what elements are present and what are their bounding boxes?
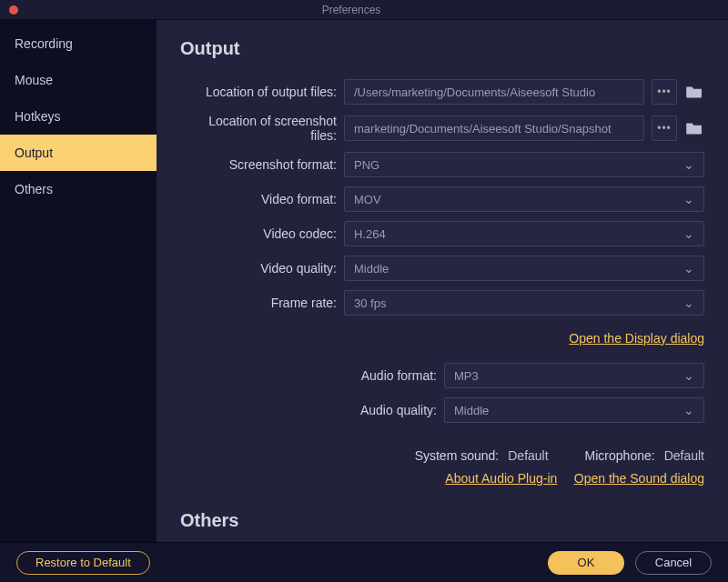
sidebar-item-output[interactable]: Output bbox=[0, 135, 157, 171]
others-section: Others ✓ Automatically check for updates bbox=[180, 510, 704, 542]
cancel-button[interactable]: Cancel bbox=[635, 551, 712, 575]
row-output-files: Location of output files: /Users/marketi… bbox=[180, 79, 704, 105]
row-audio-format: Audio format: MP3⌄ bbox=[180, 363, 704, 388]
section-title-output: Output bbox=[180, 38, 704, 59]
label-microphone: Microphone: bbox=[585, 448, 655, 463]
select-audio-format[interactable]: MP3⌄ bbox=[444, 363, 704, 388]
microphone-pair: Microphone: Default bbox=[585, 448, 704, 463]
label-video-format: Video format: bbox=[180, 192, 344, 206]
row-video-codec: Video codec: H.264⌄ bbox=[180, 221, 704, 246]
label-video-quality: Video quality: bbox=[180, 261, 344, 276]
audio-device-row: System sound: Default Microphone: Defaul… bbox=[180, 448, 704, 463]
value-microphone: Default bbox=[664, 448, 704, 463]
path-output-files[interactable]: /Users/marketing/Documents/Aiseesoft Stu… bbox=[344, 79, 644, 105]
row-audio-quality: Audio quality: Middle⌄ bbox=[180, 397, 704, 423]
display-link-row: Open the Display dialog bbox=[180, 330, 704, 346]
chevron-down-icon: ⌄ bbox=[683, 261, 694, 276]
browse-output-files-button[interactable]: ••• bbox=[652, 79, 677, 105]
row-screenshot-files: Location of screenshot files: marketing/… bbox=[180, 114, 704, 143]
row-video-quality: Video quality: Middle⌄ bbox=[180, 256, 704, 281]
chevron-down-icon: ⌄ bbox=[683, 157, 694, 172]
main-area: Recording Mouse Hotkeys Output Others Ou… bbox=[0, 20, 728, 542]
browse-screenshot-files-button[interactable]: ••• bbox=[652, 115, 677, 141]
section-title-others: Others bbox=[180, 510, 704, 531]
label-audio-format: Audio format: bbox=[180, 368, 444, 383]
restore-default-button[interactable]: Restore to Default bbox=[16, 551, 150, 575]
window-title: Preferences bbox=[0, 4, 728, 16]
sidebar: Recording Mouse Hotkeys Output Others bbox=[0, 20, 157, 542]
sidebar-item-mouse[interactable]: Mouse bbox=[0, 62, 157, 98]
sidebar-item-others[interactable]: Others bbox=[0, 171, 157, 207]
open-sound-dialog-link[interactable]: Open the Sound dialog bbox=[574, 471, 704, 486]
select-audio-quality[interactable]: Middle⌄ bbox=[444, 397, 704, 423]
content-pane: Output Location of output files: /Users/… bbox=[157, 20, 728, 542]
select-video-format[interactable]: MOV⌄ bbox=[344, 186, 704, 212]
open-screenshot-folder-icon[interactable] bbox=[684, 120, 704, 136]
label-screenshot-format: Screenshot format: bbox=[180, 157, 344, 172]
footer: Restore to Default OK Cancel bbox=[0, 542, 728, 582]
path-screenshot-files[interactable]: marketing/Documents/Aiseesoft Studio/Sna… bbox=[344, 115, 644, 141]
chevron-down-icon: ⌄ bbox=[683, 226, 694, 241]
row-video-format: Video format: MOV⌄ bbox=[180, 186, 704, 212]
system-sound-pair: System sound: Default bbox=[415, 448, 549, 463]
select-frame-rate[interactable]: 30 fps⌄ bbox=[344, 290, 704, 316]
select-video-codec[interactable]: H.264⌄ bbox=[344, 221, 704, 246]
label-system-sound: System sound: bbox=[415, 448, 500, 463]
chevron-down-icon: ⌄ bbox=[683, 403, 694, 417]
row-frame-rate: Frame rate: 30 fps⌄ bbox=[180, 290, 704, 316]
label-audio-quality: Audio quality: bbox=[180, 403, 444, 417]
select-video-quality[interactable]: Middle⌄ bbox=[344, 256, 704, 281]
chevron-down-icon: ⌄ bbox=[683, 192, 694, 206]
open-output-folder-icon[interactable] bbox=[684, 84, 704, 100]
label-output-files: Location of output files: bbox=[180, 85, 344, 99]
label-screenshot-files: Location of screenshot files: bbox=[180, 114, 344, 143]
chevron-down-icon: ⌄ bbox=[683, 368, 694, 383]
sidebar-item-recording[interactable]: Recording bbox=[0, 25, 157, 62]
sidebar-item-hotkeys[interactable]: Hotkeys bbox=[0, 98, 157, 135]
about-audio-plugin-link[interactable]: About Audio Plug-in bbox=[445, 471, 557, 486]
value-system-sound: Default bbox=[508, 448, 548, 463]
select-screenshot-format[interactable]: PNG⌄ bbox=[344, 152, 704, 177]
title-bar: Preferences bbox=[0, 0, 728, 20]
ok-button[interactable]: OK bbox=[548, 551, 624, 575]
open-display-dialog-link[interactable]: Open the Display dialog bbox=[569, 331, 704, 346]
row-screenshot-format: Screenshot format: PNG⌄ bbox=[180, 152, 704, 177]
label-frame-rate: Frame rate: bbox=[180, 296, 344, 310]
audio-links-row: About Audio Plug-in Open the Sound dialo… bbox=[180, 470, 704, 487]
label-video-codec: Video codec: bbox=[180, 226, 344, 241]
chevron-down-icon: ⌄ bbox=[683, 296, 694, 310]
